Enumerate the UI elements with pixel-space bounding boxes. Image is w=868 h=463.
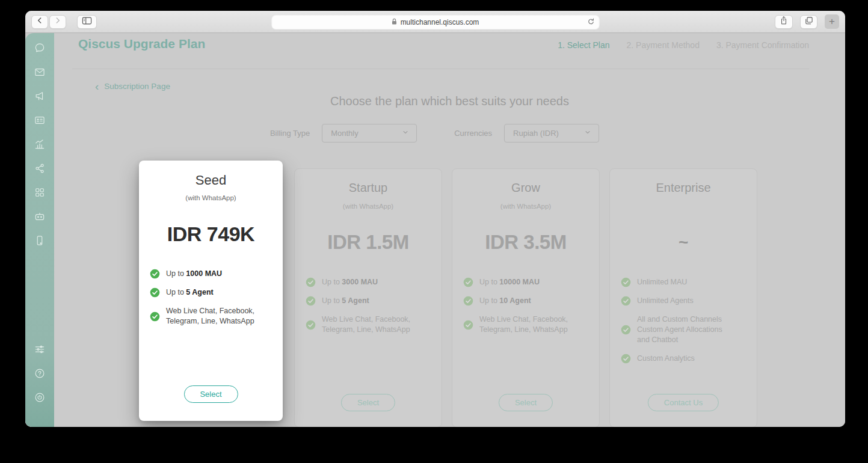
plan-title: Enterprise [610, 181, 757, 198]
currencies-select[interactable]: Rupiah (IDR) [504, 124, 599, 143]
select-grow-button[interactable]: Select [499, 394, 553, 411]
plan-title: Startup [295, 181, 442, 198]
plan-price: ~ [610, 229, 757, 256]
plan-feature: Unlimited Agents [621, 296, 746, 306]
check-icon [150, 269, 160, 279]
plan-filters: Billing Type Monthly Currencies Rupiah (… [54, 124, 815, 143]
back-icon [35, 16, 44, 27]
plan-card-enterprise: Enterprise ~ Unlimited MAU Unlimited Age… [609, 168, 757, 427]
browser-toolbar: multichannel.qiscus.com + [25, 11, 845, 33]
plan-feature: Web Live Chat, Facebook, Telegram, Line,… [463, 314, 588, 335]
plan-features: Up to 1000 MAU Up to 5 Agent Web Live Ch… [139, 269, 283, 327]
chevron-left-icon: ‹ [95, 82, 99, 90]
mail-icon[interactable] [33, 66, 46, 79]
plan-feature: Web Live Chat, Facebook, Telegram, Line,… [306, 314, 431, 335]
help-icon[interactable] [33, 367, 46, 380]
sidebar-toggle-button[interactable] [77, 15, 97, 29]
select-startup-button[interactable]: Select [341, 394, 395, 411]
wizard-steps: 1. Select Plan 2. Payment Method 3. Paym… [558, 40, 809, 50]
chevron-down-icon [584, 129, 591, 138]
plan-subtitle: (with WhatsApp) [452, 203, 599, 212]
check-icon [306, 320, 316, 330]
plan-feature: Up to 5 Agent [150, 287, 272, 298]
plan-feature: Custom Analytics [621, 354, 746, 364]
billing-type-select[interactable]: Monthly [322, 124, 417, 143]
plan-subtitle [610, 203, 757, 212]
back-link-label: Subscription Page [104, 82, 170, 91]
address-bar[interactable]: multichannel.qiscus.com [271, 15, 599, 29]
app-sidebar [25, 33, 54, 427]
share-nodes-icon[interactable] [33, 162, 46, 175]
check-icon [150, 287, 160, 298]
billing-type-value: Monthly [331, 129, 402, 138]
analytics-icon[interactable] [33, 138, 46, 151]
forward-button[interactable] [49, 15, 66, 29]
billing-type-label: Billing Type [270, 129, 310, 138]
plan-features: Up to 10000 MAU Up to 10 Agent Web Live … [452, 277, 599, 335]
check-icon [463, 320, 473, 330]
plan-subtitle: (with WhatsApp) [139, 194, 283, 204]
refresh-icon[interactable] [586, 17, 595, 28]
check-icon [306, 277, 316, 287]
plan-feature: Up to 3000 MAU [306, 277, 431, 287]
check-icon [621, 296, 631, 306]
new-tab-button[interactable]: + [825, 14, 839, 29]
plan-card-grow: Grow (with WhatsApp) IDR 3.5M Up to 1000… [452, 168, 600, 427]
step-payment-confirmation: 3. Payment Confirmation [716, 40, 809, 50]
contact-us-button[interactable]: Contact Us [648, 394, 719, 411]
plan-feature: Up to 1000 MAU [150, 269, 272, 279]
page-content: Qiscus Upgrade Plan 1. Select Plan 2. Pa… [25, 33, 845, 427]
check-icon [621, 277, 631, 287]
plan-feature: Up to 10 Agent [463, 296, 588, 306]
integrations-icon[interactable] [33, 343, 46, 356]
plan-title: Seed [139, 173, 283, 189]
check-icon [463, 296, 473, 306]
check-icon [150, 311, 160, 322]
plan-card-seed: Seed (with WhatsApp) IDR 749K Up to 1000… [139, 161, 283, 421]
plan-features: Up to 3000 MAU Up to 5 Agent Web Live Ch… [295, 277, 442, 335]
mobile-icon[interactable] [33, 234, 46, 247]
sidebar-toggle-icon [82, 16, 92, 28]
contact-card-icon[interactable] [33, 114, 46, 127]
share-icon [780, 16, 788, 28]
page-title: Qiscus Upgrade Plan [78, 37, 205, 51]
plus-icon: + [829, 16, 835, 28]
check-icon [621, 325, 631, 335]
forward-icon [54, 16, 62, 27]
chat-icon[interactable] [33, 41, 46, 55]
tabs-overview-button[interactable] [800, 15, 817, 29]
plan-features: Unlimited MAU Unlimited Agents All and C… [610, 277, 757, 364]
check-icon [306, 296, 316, 306]
step-select-plan: 1. Select Plan [558, 40, 609, 50]
megaphone-icon[interactable] [33, 90, 46, 103]
plan-price: IDR 3.5M [452, 229, 599, 256]
plan-feature: Up to 10000 MAU [463, 277, 588, 287]
step-payment-method: 2. Payment Method [627, 40, 700, 50]
select-seed-button[interactable]: Select [183, 385, 238, 403]
browser-window: multichannel.qiscus.com + [25, 11, 845, 427]
bot-icon[interactable] [33, 210, 46, 223]
upgrade-plan-page: Qiscus Upgrade Plan 1. Select Plan 2. Pa… [54, 33, 845, 427]
address-url: multichannel.qiscus.com [401, 18, 479, 26]
power-icon[interactable] [33, 391, 46, 404]
back-button[interactable] [31, 15, 48, 29]
plan-feature: Up to 5 Agent [306, 296, 431, 306]
plan-feature: Web Live Chat, Facebook, Telegram, Line,… [150, 306, 272, 327]
plan-price: IDR 1.5M [295, 229, 442, 256]
lock-icon [392, 18, 398, 27]
check-icon [621, 354, 631, 364]
currencies-label: Currencies [454, 129, 492, 138]
plan-title: Grow [452, 181, 599, 198]
app-grid-icon[interactable] [33, 186, 46, 199]
chevron-down-icon [402, 129, 409, 138]
plan-card-startup: Startup (with WhatsApp) IDR 1.5M Up to 3… [294, 168, 442, 427]
tabs-icon [804, 16, 813, 28]
plan-feature: Unlimited MAU [621, 277, 746, 287]
header-divider [72, 69, 809, 69]
check-icon [463, 277, 473, 287]
plan-feature: All and Custom Channels Custom Agent All… [621, 314, 746, 345]
plan-price: IDR 749K [139, 221, 283, 247]
subscription-page-link[interactable]: ‹ Subscription Page [95, 82, 170, 91]
plans-heading: Choose the plan which best suits your ne… [54, 94, 845, 108]
share-button[interactable] [775, 15, 793, 29]
